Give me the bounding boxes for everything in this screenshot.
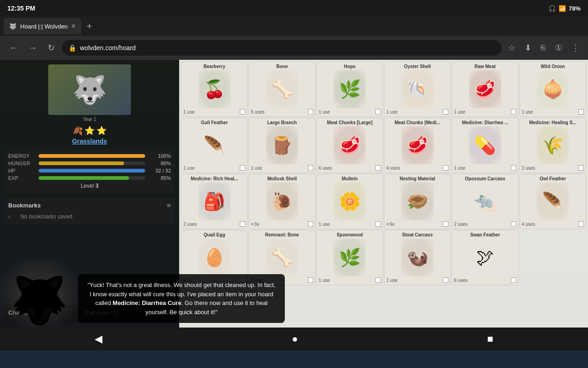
item-card[interactable]: Meat Chunks [Medi...🥩4 uses (384, 118, 451, 173)
forward-button[interactable]: → (25, 40, 40, 56)
item-card[interactable]: Mollusk Shell🐌≡ 3x (249, 174, 315, 229)
exp-bar (39, 176, 145, 180)
item-uses: 4 uses (386, 166, 400, 171)
item-card[interactable]: Meat Chunks [Large]🥩6 uses (317, 118, 383, 173)
item-card[interactable]: Medicine: Diarrhea ...💊1 use (452, 118, 518, 173)
hp-stat: HP 32 / 32 (8, 168, 171, 173)
item-footer: 1 use (183, 165, 245, 171)
tab-title: Hoard |:| Wolvden (20, 23, 68, 30)
exp-fill (39, 176, 129, 180)
hunger-value: 80% (148, 161, 171, 166)
energy-value: 100% (148, 153, 171, 159)
energy-stat: ENERGY 100% (8, 153, 171, 159)
item-uses: 1 use (319, 109, 330, 115)
item-card[interactable]: Opossum Carcass🐀2 uses (452, 174, 518, 229)
item-image: 🪹 (401, 182, 434, 220)
item-image: 🐌 (266, 182, 298, 220)
item-card[interactable]: Medicine: Healing S...🌾2 uses (520, 118, 586, 173)
item-checkbox[interactable] (308, 221, 313, 227)
hp-label: HP (8, 168, 36, 173)
recent-nav-button[interactable]: ■ (487, 333, 493, 345)
item-image: 🌿 (334, 70, 366, 108)
energy-bar (39, 154, 145, 158)
item-image: 🦴 (266, 70, 298, 108)
item-checkbox[interactable] (375, 109, 381, 115)
item-uses: 2 uses (183, 222, 197, 227)
item-uses: 2 uses (454, 222, 467, 227)
hunger-label: HUNGER (8, 161, 36, 166)
share-button[interactable]: ⎘ (538, 41, 548, 55)
item-card[interactable]: Nesting Material🪹≡ 6x (384, 174, 451, 229)
wolf-region[interactable]: Grasslands (72, 138, 107, 145)
item-checkbox[interactable] (375, 221, 381, 227)
item-checkbox[interactable] (240, 109, 245, 115)
item-card[interactable]: Wild Onion🧅1 use (520, 62, 586, 117)
item-checkbox[interactable] (578, 165, 584, 171)
item-card[interactable]: Gull Feather🪶1 use (181, 118, 248, 173)
item-checkbox[interactable] (443, 165, 448, 171)
item-checkbox[interactable] (240, 221, 245, 227)
star-2: ⭐ (85, 126, 95, 136)
item-name: Owl Feather (522, 176, 584, 181)
download-button[interactable]: ⬇ (522, 41, 534, 55)
item-uses: 5 uses (251, 109, 264, 115)
new-tab-button[interactable]: + (83, 19, 96, 34)
item-card[interactable]: Mullein🌼1 use (317, 174, 383, 229)
back-nav-button[interactable]: ◀ (95, 333, 102, 345)
item-footer: 5 uses (251, 109, 313, 115)
level-num: 3 (96, 183, 99, 189)
address-bar[interactable]: 🔒 wolvden.com/hoard (62, 40, 502, 56)
hp-bar (39, 169, 145, 172)
item-image: 🥩 (334, 126, 366, 164)
item-checkbox[interactable] (511, 109, 516, 115)
more-button[interactable]: ⋮ (569, 41, 582, 55)
item-footer: 1 use (319, 221, 381, 227)
hp-fill (39, 169, 145, 172)
item-image: 🧅 (537, 70, 569, 108)
active-tab[interactable]: 🐺 Hoard |:| Wolvden × (4, 18, 81, 34)
item-name: Oyster Shell (386, 64, 448, 69)
item-checkbox[interactable] (578, 221, 584, 227)
item-checkbox[interactable] (308, 165, 313, 171)
tab-count-button[interactable]: ① (552, 41, 565, 55)
item-card[interactable]: Hops🌿1 use (317, 62, 383, 117)
item-card[interactable]: Bone🦴5 uses (249, 62, 315, 117)
reload-button[interactable]: ↻ (44, 40, 58, 56)
item-name: Opossum Carcass (454, 176, 516, 181)
item-footer: 2 uses (454, 221, 516, 227)
exp-value: 85% (148, 175, 171, 181)
item-image: 🪵 (266, 126, 298, 164)
bookmarks-expand-button[interactable]: » (167, 201, 171, 209)
year-tag: Year 1 (83, 117, 96, 122)
item-checkbox[interactable] (240, 165, 245, 171)
item-checkbox[interactable] (511, 165, 516, 171)
item-image: 🍒 (198, 70, 231, 108)
url-text: wolvden.com/hoard (80, 44, 136, 52)
item-card[interactable]: Oyster Shell🐚1 use (384, 62, 451, 117)
item-footer: 4 uses (386, 165, 448, 171)
lock-icon: 🔒 (68, 44, 76, 52)
item-image: 🐚 (401, 70, 434, 108)
bookmark-button[interactable]: ☆ (505, 41, 518, 55)
item-card[interactable]: Raw Meat🥩1 use (452, 62, 518, 117)
item-checkbox[interactable] (308, 109, 313, 115)
item-card[interactable]: Owl Feather🪶4 uses (520, 174, 586, 229)
tab-close-button[interactable]: × (71, 22, 75, 30)
home-nav-button[interactable]: ● (292, 333, 298, 345)
item-card[interactable]: Large Branch🪵1 use (249, 118, 315, 173)
item-footer: 1 use (183, 109, 245, 115)
battery: 78% (569, 5, 581, 12)
stack-icon: ≡ (251, 222, 253, 226)
item-checkbox[interactable] (511, 221, 516, 227)
item-footer: 1 use (251, 165, 313, 171)
back-button[interactable]: ← (6, 40, 21, 56)
bottom-overlay: 🐺 "Yuck! That's not a great illness. We … (0, 249, 588, 328)
item-name: Bearberry (183, 64, 245, 69)
item-checkbox[interactable] (443, 221, 448, 227)
item-card[interactable]: Medicine: Rich Heal...🎒2 uses (181, 174, 248, 229)
item-checkbox[interactable] (443, 109, 448, 115)
item-checkbox[interactable] (375, 165, 381, 171)
item-checkbox[interactable] (578, 109, 584, 115)
item-card[interactable]: Bearberry🍒1 use (181, 62, 248, 117)
exp-label: EXP (8, 175, 36, 181)
